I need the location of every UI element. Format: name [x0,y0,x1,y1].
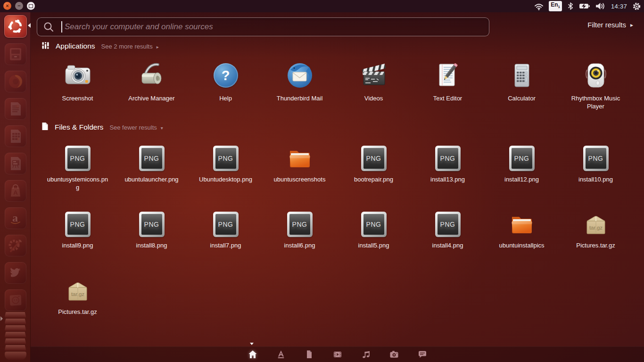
png-badge: PNG [292,221,307,228]
png-file-icon: PNG [435,211,461,238]
file-result[interactable]: PNG install4.png [411,211,485,250]
result-label: Calculator [508,95,536,103]
files-lens-icon [41,122,49,132]
png-badge: PNG [70,155,85,162]
calc-spreadsheet-icon [8,128,24,144]
files-expander[interactable]: See fewer results ▾ [109,124,163,131]
folder-icon [509,211,535,238]
clock[interactable]: 14:37 [611,3,627,10]
wifi-icon[interactable] [534,2,544,10]
document-icon [304,349,314,360]
result-label: install9.png [62,242,93,250]
png-file-icon: PNG [65,211,91,238]
file-result[interactable]: PNG install12.png [485,145,559,192]
svg-text:A: A [13,189,18,196]
top-panel: × − En1 [0,0,644,12]
collapsed-item [5,345,26,351]
file-result[interactable]: PNG ubuntusystemicons.png [41,145,115,192]
files-lens-button[interactable] [304,349,314,360]
png-file-icon: PNG [435,145,461,172]
applications-a-icon [276,349,286,360]
result-label: install7.png [210,242,241,250]
file-result[interactable]: PNG install7.png [189,211,263,250]
lens-bar-marker-icon [250,343,254,345]
search-input[interactable] [64,19,480,35]
maximize-button[interactable] [27,2,35,10]
text-editor-icon [433,60,463,90]
applications-expander-label: See 2 more results [101,43,153,50]
folder-result[interactable]: ubuntuinstallpics [485,211,559,250]
app-result-videos[interactable]: Videos [337,60,411,111]
file-result[interactable]: PNG install9.png [41,211,115,250]
home-lens-button[interactable] [248,349,258,360]
targz-badge: tar.gz [71,291,84,297]
file-result[interactable]: PNG ubuntulauncher.png [115,145,189,192]
ubuntu-dash-button[interactable] [4,15,27,38]
png-file-icon: PNG [139,211,165,238]
music-lens-button[interactable] [361,349,371,360]
trash-item[interactable] [5,352,26,360]
collapsed-item [5,338,26,344]
launcher-item-software-center[interactable]: A [5,180,26,202]
archive-result[interactable]: tar.gz Pictures.tar.gz [559,211,633,250]
photos-lens-button[interactable] [389,349,399,360]
png-badge: PNG [588,155,603,162]
file-result[interactable]: PNG install6.png [263,211,337,250]
filter-results-button[interactable]: Filter results ▸ [587,21,633,29]
keyboard-layout-indicator[interactable]: En1 [549,1,562,11]
social-lens-button[interactable] [417,349,428,360]
filter-arrow-icon: ▸ [630,22,633,28]
launcher-item-sticky-notes[interactable] [5,289,26,311]
maximize-icon [29,4,33,8]
archive-result[interactable]: tar.gz Pictures.tar.gz [41,278,115,316]
session-gear-icon[interactable] [632,2,641,11]
folder-result[interactable]: ubuntuscreenshots [263,145,337,192]
app-result-archive-manager[interactable]: Archive Manager [115,60,189,111]
app-result-calculator[interactable]: Calculator [485,60,559,111]
clapperboard-icon [359,60,389,90]
launcher-collapsed-items[interactable] [0,311,31,362]
app-result-rhythmbox[interactable]: Rhythmbox Music Player [559,60,633,111]
software-center-bag-icon: A [8,183,24,199]
app-result-text-editor[interactable]: Text Editor [411,60,485,111]
file-result[interactable]: PNG bootrepair.png [337,145,411,192]
file-result[interactable]: PNG install13.png [411,145,485,192]
app-result-screenshot[interactable]: Screenshot [41,60,115,111]
close-button[interactable]: × [3,2,11,10]
writer-document-icon [8,101,24,117]
launcher-item-libreoffice-writer[interactable] [5,98,26,120]
applications-lens-button[interactable] [276,349,286,360]
result-label: Rhythmbox Music Player [563,95,629,111]
app-result-thunderbird[interactable]: Thunderbird Mail [263,60,337,111]
launcher-item-firefox[interactable] [5,71,26,92]
app-result-help[interactable]: ? Help [189,60,263,111]
keyboard-layout-index: 1 [558,5,560,9]
files-expander-label: See fewer results [109,124,157,131]
videos-lens-button[interactable] [332,349,343,360]
battery-charging-icon[interactable] [579,2,590,10]
png-file-icon: PNG [509,145,535,172]
file-result[interactable]: PNG install8.png [115,211,189,250]
png-file-icon: PNG [213,211,239,238]
launcher-item-libreoffice-calc[interactable] [5,125,26,147]
folder-icon [287,145,313,172]
launcher-item-libreoffice-impress[interactable] [5,153,26,174]
minimize-button[interactable]: − [15,2,23,10]
file-result[interactable]: PNG Ubuntudesktop.png [189,145,263,192]
search-icon [43,22,54,34]
launcher-item-amazon[interactable]: a [5,207,26,229]
png-file-icon: PNG [65,145,91,172]
png-badge: PNG [144,221,159,228]
launcher-item-system-settings[interactable] [5,235,26,256]
result-label: install4.png [432,242,463,250]
result-label: install10.png [578,176,613,184]
volume-icon[interactable] [595,2,606,10]
bluetooth-icon[interactable] [567,2,574,10]
collapsed-item [5,325,26,331]
launcher-item-files[interactable] [5,43,26,65]
file-result[interactable]: PNG install5.png [337,211,411,250]
applications-expander[interactable]: See 2 more results ▸ [101,43,159,50]
launcher-item-twitter[interactable] [5,262,26,284]
file-result[interactable]: PNG install10.png [559,145,633,192]
applications-results-row: Screenshot Archive Manager ? Help [41,60,633,111]
